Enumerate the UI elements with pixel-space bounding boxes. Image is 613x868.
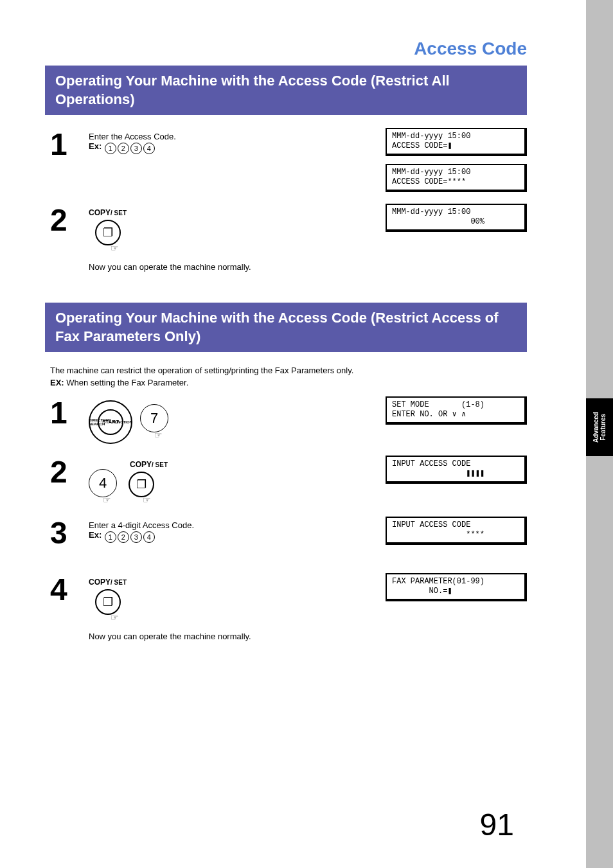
s2-step1-num: 1 <box>50 396 89 427</box>
key-4: 4 <box>89 469 117 497</box>
hand-icon: ☞ <box>143 495 154 505</box>
hand-icon: ☞ <box>154 430 168 440</box>
key-3: 3 <box>130 143 142 154</box>
key-1: 1 <box>105 143 116 154</box>
s2-step1: 1 DIRECTORY SEARCH START FUNCTION 7 ☞ SE… <box>50 396 527 444</box>
side-tab-line1: Advanced <box>592 412 600 443</box>
s2-step3-num: 3 <box>50 517 89 547</box>
s2-step2-body: COPY/ SET 4 ☞ ❐ ☞ <box>89 456 386 505</box>
s2-step4: 4 COPY/ SET ❐ ☞ Now you can operate the … <box>50 573 527 641</box>
s2-step1-lcd: SET MODE (1-8) ENTER NO. OR ∨ ∧ <box>386 396 527 425</box>
copy-label: COPY <box>89 578 111 587</box>
s1-step1-ex-label: Ex: <box>89 141 102 151</box>
s1-step1-ex: Ex: 1234 <box>89 141 379 154</box>
page-title: Access Code <box>0 39 553 59</box>
key-4: 4 <box>143 143 155 154</box>
function-wheel-icon: DIRECTORY SEARCH START FUNCTION <box>89 400 132 444</box>
copyset-button-icon: ❐ <box>95 220 121 245</box>
copyset-button-icon: ❐ <box>95 589 121 615</box>
key-7: 7 <box>140 404 168 432</box>
s2-step4-num: 4 <box>50 573 89 603</box>
side-tab: Advanced Features <box>586 398 613 456</box>
s1-step1: 1 Enter the Access Code. Ex: 1234 MMM-dd… <box>50 128 527 192</box>
section2-intro: The machine can restrict the operation o… <box>50 365 527 388</box>
section2-header: Operating Your Machine with the Access C… <box>45 303 527 352</box>
key-2: 2 <box>118 143 129 154</box>
wheel-right-label: FUNCTION <box>112 420 132 424</box>
side-tab-line2: Features <box>600 414 607 441</box>
section2-intro-ex-label: EX: <box>50 378 64 387</box>
s2-step1-body: DIRECTORY SEARCH START FUNCTION 7 ☞ <box>89 396 386 444</box>
s1-step2-body: COPY/ SET ❐ ☞ Now you can operate the ma… <box>89 204 386 272</box>
key-4: 4 <box>143 531 155 543</box>
s2-step3-ex: Ex: 1234 <box>89 530 379 543</box>
page-number: 91 <box>480 807 514 842</box>
section2-intro-text: The machine can restrict the operation o… <box>50 366 353 375</box>
s2-step4-after: Now you can operate the machine normally… <box>89 632 379 641</box>
s2-step2-lcd: INPUT ACCESS CODE ❚❚❚❚ <box>386 456 527 484</box>
set-label: / SET <box>111 579 127 586</box>
s1-step1-lcd1: MMM-dd-yyyy 15:00 ACCESS CODE=❚ <box>386 128 527 156</box>
s2-step2: 2 COPY/ SET 4 ☞ ❐ ☞ INPUT ACCESS CODE <box>50 456 527 505</box>
s2-step2-num: 2 <box>50 456 89 486</box>
s1-step2-num: 2 <box>50 204 89 234</box>
s1-step1-num: 1 <box>50 128 89 158</box>
key-3: 3 <box>130 531 142 543</box>
s1-step1-text: Enter the Access Code. <box>89 132 379 141</box>
s2-step3-ex-label: Ex: <box>89 530 102 540</box>
section2-intro-ex-text: When setting the Fax Parameter. <box>64 378 189 387</box>
s1-step2-after: Now you can operate the machine normally… <box>89 262 379 272</box>
s2-step3: 3 Enter a 4-digit Access Code. Ex: 1234 … <box>50 517 527 562</box>
copy-label: COPY <box>89 208 111 217</box>
s1-step2-lcd: MMM-dd-yyyy 15:00 00% <box>386 204 527 232</box>
key-1: 1 <box>105 531 116 543</box>
s2-step4-body: COPY/ SET ❐ ☞ Now you can operate the ma… <box>89 573 386 641</box>
s1-step1-body: Enter the Access Code. Ex: 1234 <box>89 128 386 154</box>
s2-step3-text: Enter a 4-digit Access Code. <box>89 520 379 530</box>
wheel-left-label: DIRECTORY SEARCH <box>89 418 111 426</box>
hand-icon: ☞ <box>103 495 117 505</box>
set-label: / SET <box>111 209 127 217</box>
key-2: 2 <box>118 531 129 543</box>
s2-step3-lcd: INPUT ACCESS CODE **** <box>386 517 527 545</box>
set-label: / SET <box>152 461 168 468</box>
page-content: Access Code Operating Your Machine with … <box>0 0 553 868</box>
copyset-button-icon: ❐ <box>129 472 154 497</box>
section1-header: Operating Your Machine with the Access C… <box>45 66 527 115</box>
s1-step1-lcd2: MMM-dd-yyyy 15:00 ACCESS CODE=**** <box>386 164 527 192</box>
s1-step2: 2 COPY/ SET ❐ ☞ Now you can operate the … <box>50 204 527 272</box>
copy-label: COPY <box>130 460 152 469</box>
s2-step4-lcd: FAX PARAMETER(01-99) NO.=❚ <box>386 573 527 601</box>
s2-step3-body: Enter a 4-digit Access Code. Ex: 1234 <box>89 517 386 543</box>
